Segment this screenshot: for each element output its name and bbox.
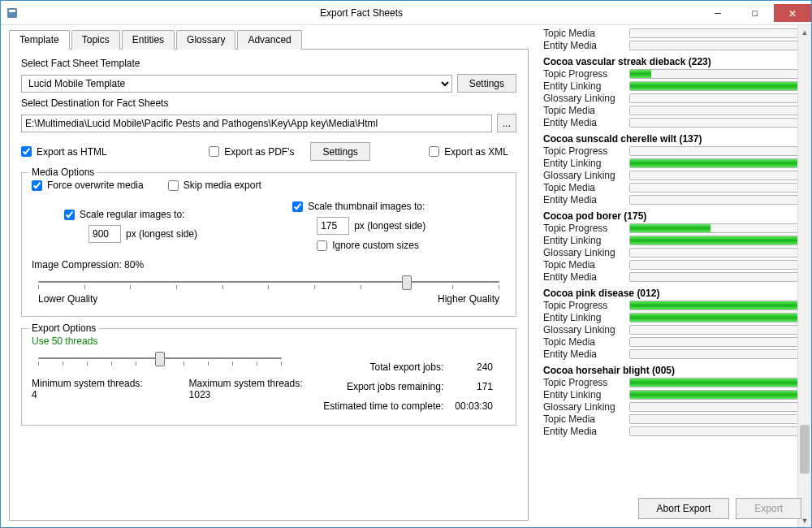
- abort-export-button[interactable]: Abort Export: [638, 498, 730, 519]
- select-template-label: Select Fact Sheet Template: [21, 58, 516, 69]
- progress-row-label: Topic Media: [543, 105, 624, 116]
- scale-thumb-unit: px (longest side): [354, 220, 425, 232]
- progress-bar: [629, 414, 810, 424]
- progress-row: Topic Media: [543, 259, 810, 270]
- progress-row: Entity Media: [543, 40, 810, 51]
- export-xml-label: Export as XML: [444, 146, 508, 158]
- browse-button[interactable]: ...: [497, 114, 516, 132]
- progress-row-label: Topic Media: [543, 259, 624, 270]
- progress-bar: [629, 272, 810, 282]
- export-html-checkbox[interactable]: [21, 146, 32, 157]
- tab-entities[interactable]: Entities: [122, 30, 175, 50]
- progress-row: Entity Linking: [543, 158, 810, 169]
- scale-thumb-input[interactable]: [317, 217, 349, 235]
- progress-bar: [629, 378, 810, 387]
- progress-row: Entity Media: [543, 271, 810, 283]
- progress-row-label: Topic Progress: [543, 145, 624, 157]
- progress-item-title: Cocoa horsehair blight (005): [543, 365, 810, 376]
- window-title: Export Fact Sheets: [24, 7, 699, 19]
- scale-regular-checkbox[interactable]: [64, 210, 75, 220]
- svg-rect-0: [7, 8, 17, 18]
- progress-bar: [629, 171, 810, 180]
- progress-bar: [629, 223, 810, 233]
- progress-item-title: Cocoa pink disease (012): [543, 288, 810, 299]
- scale-regular-unit: px (longest side): [126, 228, 197, 240]
- scale-regular-input[interactable]: [89, 225, 121, 243]
- progress-bar: [629, 260, 810, 270]
- threads-slider[interactable]: [38, 350, 282, 366]
- ignore-custom-checkbox[interactable]: [317, 240, 327, 251]
- export-button[interactable]: Export: [736, 498, 801, 519]
- scroll-thumb[interactable]: [800, 425, 810, 474]
- progress-row-label: Topic Progress: [543, 300, 624, 311]
- progress-row: Topic Media: [543, 336, 810, 348]
- tab-glossary[interactable]: Glossary: [176, 30, 235, 50]
- progress-row: Glossary Linking: [543, 247, 810, 258]
- minimize-button[interactable]: —: [699, 4, 736, 22]
- progress-bar: [629, 81, 810, 91]
- compression-slider[interactable]: [38, 274, 499, 290]
- scale-thumb-checkbox[interactable]: [292, 201, 303, 212]
- progress-bar: [629, 402, 810, 412]
- export-html-label: Export as HTML: [37, 146, 107, 158]
- progress-row: Glossary Linking: [543, 93, 810, 104]
- progress-bar: [629, 118, 810, 128]
- skip-media-checkbox[interactable]: [168, 180, 179, 191]
- progress-row: Entity Linking: [543, 389, 810, 400]
- progress-bar: [629, 390, 810, 400]
- template-select[interactable]: Lucid Mobile Template: [21, 75, 452, 93]
- scale-thumb-label: Scale thumbnail images to:: [308, 201, 425, 212]
- template-settings-button[interactable]: Settings: [457, 74, 516, 93]
- progress-bar: [629, 236, 810, 245]
- progress-bar: [629, 106, 810, 115]
- progress-row: Topic Media: [543, 28, 810, 39]
- close-button[interactable]: ✕: [774, 4, 811, 22]
- scroll-up-icon[interactable]: ▲: [798, 25, 811, 39]
- progress-row: Entity Linking: [543, 235, 810, 246]
- destination-input[interactable]: [21, 115, 492, 132]
- progress-item-title: Cocoa pod borer (175): [543, 210, 810, 222]
- progress-row-label: Entity Linking: [543, 389, 624, 400]
- progress-row-label: Entity Media: [543, 426, 624, 437]
- tab-template[interactable]: Template: [9, 30, 70, 50]
- tab-topics[interactable]: Topics: [71, 30, 120, 50]
- progress-row: Entity Media: [543, 426, 810, 437]
- progress-row: Topic Progress: [543, 300, 810, 311]
- tab-advanced[interactable]: Advanced: [237, 30, 301, 50]
- progress-row-label: Entity Linking: [543, 312, 624, 323]
- higher-quality-label: Higher Quality: [438, 293, 499, 305]
- export-pdf-label: Export as PDF's: [224, 146, 294, 158]
- maximize-button[interactable]: ☐: [736, 4, 774, 22]
- progress-row-label: Topic Progress: [543, 377, 624, 388]
- progress-row-label: Topic Media: [543, 28, 624, 39]
- progress-bar: [629, 313, 810, 322]
- min-threads-label: Minimum system threads: 4: [32, 378, 149, 400]
- progress-row-label: Glossary Linking: [543, 170, 624, 181]
- progress-bar: [629, 69, 810, 79]
- pdf-settings-button[interactable]: Settings: [310, 142, 369, 161]
- force-overwrite-checkbox[interactable]: [32, 180, 42, 191]
- progress-bar: [629, 93, 810, 103]
- progress-row-label: Topic Media: [543, 413, 624, 425]
- progress-row: Topic Progress: [543, 377, 810, 388]
- progress-row-label: Entity Linking: [543, 158, 624, 169]
- export-pdf-checkbox[interactable]: [209, 146, 219, 157]
- progress-row-label: Glossary Linking: [543, 247, 624, 258]
- svg-rect-1: [9, 10, 15, 12]
- progress-item-title: Cocoa vascular streak dieback (223): [543, 56, 810, 67]
- progress-row: Entity Linking: [543, 80, 810, 92]
- progress-bar: [629, 183, 810, 193]
- progress-bar: [629, 195, 810, 205]
- progress-scrollbar[interactable]: ▲ ▼: [797, 25, 811, 527]
- progress-row-label: Topic Media: [543, 182, 624, 193]
- progress-row: Topic Progress: [543, 68, 810, 80]
- progress-bar: [629, 325, 810, 335]
- progress-row: Glossary Linking: [543, 170, 810, 181]
- export-xml-checkbox[interactable]: [429, 146, 439, 157]
- progress-row-label: Entity Media: [543, 194, 624, 206]
- ignore-custom-label: Ignore custom sizes: [332, 240, 419, 251]
- progress-item-title: Cocoa sunscald cherelle wilt (137): [543, 133, 810, 145]
- progress-row-label: Entity Media: [543, 40, 624, 51]
- compression-label: Image Compression: 80%: [32, 259, 506, 270]
- progress-row-label: Entity Media: [543, 348, 624, 360]
